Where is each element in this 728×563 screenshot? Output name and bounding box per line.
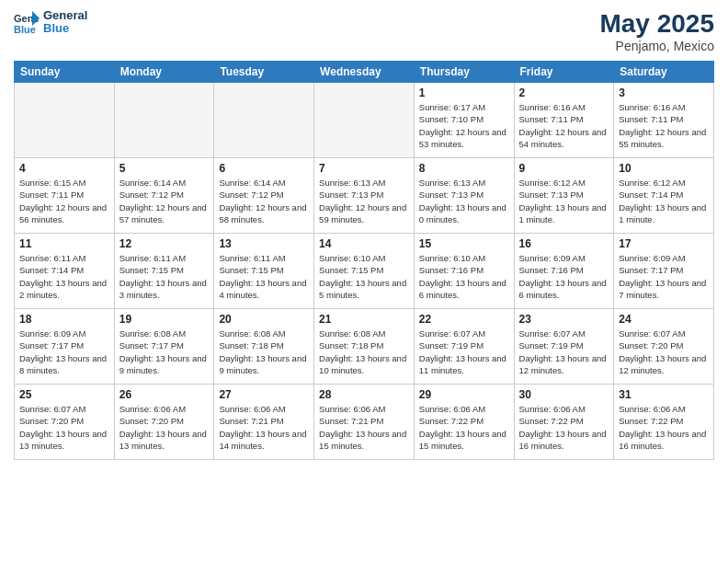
calendar-cell: 16Sunrise: 6:09 AM Sunset: 7:16 PM Dayli… [514, 234, 614, 309]
week-row-5: 25Sunrise: 6:07 AM Sunset: 7:20 PM Dayli… [15, 385, 714, 460]
day-info: Sunrise: 6:06 AM Sunset: 7:22 PM Dayligh… [419, 403, 509, 452]
day-info: Sunrise: 6:13 AM Sunset: 7:13 PM Dayligh… [319, 177, 409, 225]
location: Penjamo, Mexico [599, 39, 714, 53]
day-info: Sunrise: 6:06 AM Sunset: 7:20 PM Dayligh… [119, 403, 210, 452]
day-number: 18 [19, 313, 109, 326]
weekday-header-monday: Monday [114, 62, 214, 83]
day-number: 17 [619, 237, 709, 250]
day-info: Sunrise: 6:07 AM Sunset: 7:20 PM Dayligh… [19, 403, 109, 452]
day-number: 29 [419, 388, 509, 401]
day-number: 20 [219, 313, 309, 326]
calendar-cell: 22Sunrise: 6:07 AM Sunset: 7:19 PM Dayli… [414, 309, 514, 385]
logo: General Blue General Blue [14, 9, 87, 36]
day-info: Sunrise: 6:14 AM Sunset: 7:12 PM Dayligh… [219, 177, 309, 225]
day-info: Sunrise: 6:11 AM Sunset: 7:15 PM Dayligh… [219, 252, 309, 301]
day-info: Sunrise: 6:16 AM Sunset: 7:11 PM Dayligh… [619, 101, 709, 150]
calendar-cell: 27Sunrise: 6:06 AM Sunset: 7:21 PM Dayli… [214, 385, 314, 460]
calendar-cell: 12Sunrise: 6:11 AM Sunset: 7:15 PM Dayli… [114, 234, 214, 309]
calendar: SundayMondayTuesdayWednesdayThursdayFrid… [14, 61, 714, 460]
day-info: Sunrise: 6:12 AM Sunset: 7:14 PM Dayligh… [619, 177, 709, 225]
day-number: 31 [619, 388, 709, 401]
day-info: Sunrise: 6:06 AM Sunset: 7:22 PM Dayligh… [619, 403, 709, 452]
day-info: Sunrise: 6:07 AM Sunset: 7:19 PM Dayligh… [419, 327, 509, 376]
day-number: 10 [619, 162, 709, 175]
day-number: 14 [319, 237, 409, 250]
month-year: May 2025 [599, 9, 714, 39]
calendar-cell: 8Sunrise: 6:13 AM Sunset: 7:13 PM Daylig… [414, 158, 514, 234]
day-number: 2 [519, 86, 609, 99]
day-number: 12 [119, 237, 210, 250]
calendar-cell: 26Sunrise: 6:06 AM Sunset: 7:20 PM Dayli… [114, 385, 214, 460]
day-number: 6 [219, 162, 309, 175]
week-row-2: 4Sunrise: 6:15 AM Sunset: 7:11 PM Daylig… [15, 158, 714, 234]
week-row-1: 1Sunrise: 6:17 AM Sunset: 7:10 PM Daylig… [15, 83, 714, 158]
calendar-cell: 30Sunrise: 6:06 AM Sunset: 7:22 PM Dayli… [514, 385, 614, 460]
calendar-cell: 28Sunrise: 6:06 AM Sunset: 7:21 PM Dayli… [314, 385, 415, 460]
calendar-cell: 20Sunrise: 6:08 AM Sunset: 7:18 PM Dayli… [214, 309, 314, 385]
day-info: Sunrise: 6:07 AM Sunset: 7:19 PM Dayligh… [519, 327, 609, 376]
calendar-cell [15, 83, 115, 158]
day-info: Sunrise: 6:09 AM Sunset: 7:17 PM Dayligh… [619, 252, 709, 301]
calendar-cell: 4Sunrise: 6:15 AM Sunset: 7:11 PM Daylig… [15, 158, 115, 234]
day-info: Sunrise: 6:11 AM Sunset: 7:14 PM Dayligh… [19, 252, 109, 301]
calendar-cell: 5Sunrise: 6:14 AM Sunset: 7:12 PM Daylig… [114, 158, 214, 234]
day-info: Sunrise: 6:11 AM Sunset: 7:15 PM Dayligh… [119, 252, 210, 301]
day-number: 4 [19, 162, 109, 175]
weekday-header-saturday: Saturday [614, 62, 714, 83]
day-info: Sunrise: 6:07 AM Sunset: 7:20 PM Dayligh… [619, 327, 709, 376]
day-number: 23 [519, 313, 609, 326]
day-info: Sunrise: 6:14 AM Sunset: 7:12 PM Dayligh… [119, 177, 210, 225]
day-info: Sunrise: 6:06 AM Sunset: 7:21 PM Dayligh… [219, 403, 309, 452]
logo-icon: General Blue [14, 9, 40, 35]
day-info: Sunrise: 6:09 AM Sunset: 7:17 PM Dayligh… [19, 327, 109, 376]
calendar-cell: 19Sunrise: 6:08 AM Sunset: 7:17 PM Dayli… [114, 309, 214, 385]
calendar-cell: 18Sunrise: 6:09 AM Sunset: 7:17 PM Dayli… [15, 309, 115, 385]
calendar-cell [214, 83, 314, 158]
day-info: Sunrise: 6:17 AM Sunset: 7:10 PM Dayligh… [419, 101, 509, 150]
calendar-cell: 10Sunrise: 6:12 AM Sunset: 7:14 PM Dayli… [614, 158, 714, 234]
day-info: Sunrise: 6:08 AM Sunset: 7:18 PM Dayligh… [219, 327, 309, 376]
day-info: Sunrise: 6:12 AM Sunset: 7:13 PM Dayligh… [519, 177, 609, 225]
day-number: 19 [119, 313, 210, 326]
day-number: 25 [19, 388, 109, 401]
day-info: Sunrise: 6:08 AM Sunset: 7:17 PM Dayligh… [119, 327, 210, 376]
day-info: Sunrise: 6:16 AM Sunset: 7:11 PM Dayligh… [519, 101, 609, 150]
calendar-cell: 29Sunrise: 6:06 AM Sunset: 7:22 PM Dayli… [414, 385, 514, 460]
day-number: 5 [119, 162, 210, 175]
day-number: 11 [19, 237, 109, 250]
day-info: Sunrise: 6:09 AM Sunset: 7:16 PM Dayligh… [519, 252, 609, 301]
day-number: 9 [519, 162, 609, 175]
weekday-header-sunday: Sunday [15, 62, 115, 83]
day-number: 24 [619, 313, 709, 326]
calendar-cell: 6Sunrise: 6:14 AM Sunset: 7:12 PM Daylig… [214, 158, 314, 234]
calendar-cell: 7Sunrise: 6:13 AM Sunset: 7:13 PM Daylig… [314, 158, 415, 234]
day-info: Sunrise: 6:06 AM Sunset: 7:21 PM Dayligh… [319, 403, 409, 452]
weekday-header-thursday: Thursday [414, 62, 514, 83]
svg-text:Blue: Blue [14, 24, 36, 35]
calendar-cell: 1Sunrise: 6:17 AM Sunset: 7:10 PM Daylig… [414, 83, 514, 158]
weekday-header-row: SundayMondayTuesdayWednesdayThursdayFrid… [15, 62, 714, 83]
calendar-cell [114, 83, 214, 158]
calendar-cell: 25Sunrise: 6:07 AM Sunset: 7:20 PM Dayli… [15, 385, 115, 460]
week-row-3: 11Sunrise: 6:11 AM Sunset: 7:14 PM Dayli… [15, 234, 714, 309]
logo-general: General [43, 9, 87, 22]
day-info: Sunrise: 6:13 AM Sunset: 7:13 PM Dayligh… [419, 177, 509, 225]
day-number: 28 [319, 388, 409, 401]
day-number: 22 [419, 313, 509, 326]
week-row-4: 18Sunrise: 6:09 AM Sunset: 7:17 PM Dayli… [15, 309, 714, 385]
logo-blue: Blue [43, 22, 87, 35]
calendar-cell: 17Sunrise: 6:09 AM Sunset: 7:17 PM Dayli… [614, 234, 714, 309]
page: General Blue General Blue May 2025 Penja… [0, 0, 728, 563]
day-number: 3 [619, 86, 709, 99]
calendar-cell: 24Sunrise: 6:07 AM Sunset: 7:20 PM Dayli… [614, 309, 714, 385]
weekday-header-friday: Friday [514, 62, 614, 83]
calendar-cell: 15Sunrise: 6:10 AM Sunset: 7:16 PM Dayli… [414, 234, 514, 309]
day-number: 13 [219, 237, 309, 250]
calendar-cell [314, 83, 415, 158]
day-number: 8 [419, 162, 509, 175]
calendar-cell: 21Sunrise: 6:08 AM Sunset: 7:18 PM Dayli… [314, 309, 415, 385]
day-number: 7 [319, 162, 409, 175]
day-info: Sunrise: 6:06 AM Sunset: 7:22 PM Dayligh… [519, 403, 609, 452]
calendar-cell: 23Sunrise: 6:07 AM Sunset: 7:19 PM Dayli… [514, 309, 614, 385]
calendar-cell: 31Sunrise: 6:06 AM Sunset: 7:22 PM Dayli… [614, 385, 714, 460]
